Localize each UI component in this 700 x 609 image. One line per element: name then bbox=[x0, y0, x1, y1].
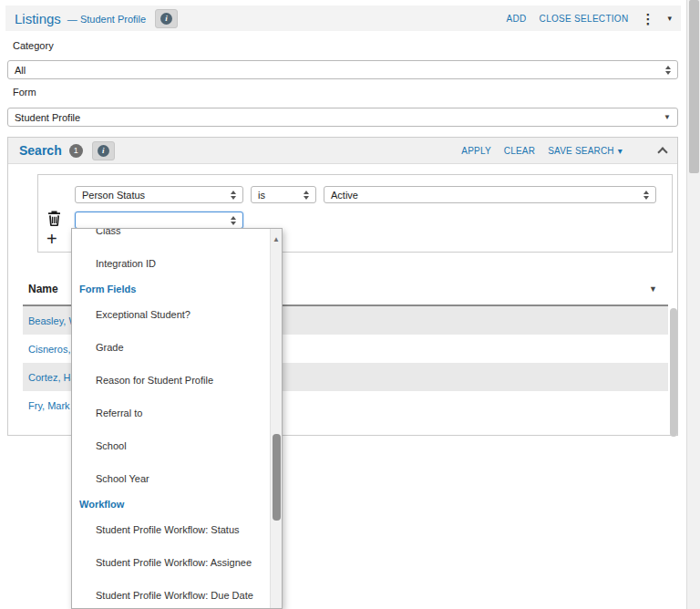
dropdown-group-header: Form Fields bbox=[72, 280, 270, 298]
student-name-link[interactable]: Cortez, Ha bbox=[28, 372, 77, 383]
condition-value-select[interactable]: Active bbox=[324, 186, 656, 203]
trash-icon bbox=[47, 211, 61, 226]
condition-value-value: Active bbox=[331, 190, 358, 201]
condition-operator-value: is bbox=[258, 190, 265, 201]
dropdown-option[interactable]: School Year bbox=[72, 462, 270, 495]
dropdown-option[interactable]: School bbox=[72, 429, 270, 462]
caret-down-icon: ▼ bbox=[664, 113, 671, 121]
table-scrollbar-thumb[interactable] bbox=[670, 308, 677, 437]
updown-arrows-icon bbox=[665, 66, 671, 75]
updown-arrows-icon bbox=[643, 191, 649, 200]
page-scrollbar-thumb[interactable] bbox=[689, 0, 699, 173]
category-select[interactable]: All bbox=[7, 60, 678, 79]
save-search-label: SAVE SEARCH bbox=[548, 146, 614, 156]
page-title: Listings bbox=[15, 11, 61, 26]
dropdown-option[interactable]: Student Profile Workflow: Status bbox=[72, 513, 270, 546]
form-select-value: Student Profile bbox=[15, 112, 80, 123]
page-subtitle: — Student Profile bbox=[67, 14, 146, 25]
save-search-button[interactable]: SAVE SEARCH ▾ bbox=[548, 146, 623, 156]
add-button[interactable]: ADD bbox=[507, 14, 527, 24]
student-name-link[interactable]: Fry, Mark bbox=[28, 400, 70, 411]
search-count-badge: 1 bbox=[69, 144, 83, 158]
updown-arrows-icon bbox=[231, 191, 236, 200]
dropdown-option[interactable]: Exceptional Student? bbox=[72, 298, 270, 331]
dropdown-scrollbar[interactable]: ▲ bbox=[270, 229, 282, 608]
form-select[interactable]: Student Profile ▼ bbox=[7, 108, 678, 127]
apply-button[interactable]: APPLY bbox=[461, 146, 491, 156]
updown-arrows-icon bbox=[231, 216, 236, 225]
add-condition-button[interactable]: + bbox=[46, 230, 57, 248]
dropdown-option[interactable]: Grade bbox=[72, 331, 270, 364]
listings-header-actions: ADD CLOSE SELECTION ⋮ ▾ bbox=[507, 12, 672, 26]
dropdown-option[interactable]: Integration ID bbox=[72, 247, 270, 280]
dropdown-option[interactable]: Class bbox=[72, 228, 270, 247]
form-label: Form bbox=[13, 87, 36, 98]
caret-down-icon: ▾ bbox=[618, 146, 623, 156]
category-select-value: All bbox=[15, 65, 26, 76]
listings-header-bar: Listings — Student Profile i ADD CLOSE S… bbox=[5, 5, 681, 31]
info-icon: i bbox=[160, 13, 172, 25]
delete-condition-button[interactable] bbox=[47, 211, 61, 230]
search-title: Search bbox=[19, 143, 62, 158]
dropdown-option[interactable]: Student Profile Workflow: Assignee bbox=[72, 546, 270, 579]
column-menu-caret-icon[interactable]: ▼ bbox=[649, 284, 657, 294]
collapse-panel-chevron-up-icon[interactable] bbox=[657, 147, 667, 157]
updown-arrows-icon bbox=[304, 191, 309, 200]
dropdown-option[interactable]: Reason for Student Profile bbox=[72, 364, 270, 397]
dropdown-option[interactable]: Student Profile Workflow: Due Date bbox=[72, 579, 270, 608]
field-dropdown-items: Class Integration ID Form Fields Excepti… bbox=[72, 228, 270, 608]
new-condition-field-select[interactable] bbox=[75, 212, 243, 229]
dropdown-group-header: Workflow bbox=[72, 495, 270, 513]
scroll-up-arrow-icon[interactable]: ▲ bbox=[271, 235, 282, 243]
condition-field-value: Person Status bbox=[82, 190, 145, 201]
chevron-down-icon[interactable]: ▾ bbox=[667, 14, 672, 23]
clear-button[interactable]: CLEAR bbox=[504, 146, 535, 156]
dropdown-scrollbar-thumb[interactable] bbox=[273, 434, 281, 521]
condition-field-select[interactable]: Person Status bbox=[75, 186, 243, 203]
listings-header-left: Listings — Student Profile i bbox=[15, 9, 178, 28]
page-scrollbar[interactable] bbox=[686, 0, 700, 609]
search-panel-header: Search 1 i APPLY CLEAR SAVE SEARCH ▾ bbox=[8, 138, 677, 164]
condition-operator-select[interactable]: is bbox=[251, 186, 316, 203]
close-selection-button[interactable]: CLOSE SELECTION bbox=[540, 14, 629, 24]
category-label: Category bbox=[13, 40, 54, 51]
listings-info-button[interactable]: i bbox=[155, 9, 178, 28]
search-panel-header-right: APPLY CLEAR SAVE SEARCH ▾ bbox=[461, 146, 666, 156]
info-icon: i bbox=[98, 145, 109, 157]
search-panel-header-left: Search 1 i bbox=[19, 141, 115, 160]
name-column-header: Name bbox=[28, 283, 58, 295]
dropdown-option[interactable]: Referral to bbox=[72, 397, 270, 429]
search-info-button[interactable]: i bbox=[92, 141, 115, 160]
field-dropdown-list: Class Integration ID Form Fields Excepti… bbox=[71, 228, 283, 609]
kebab-menu-icon[interactable]: ⋮ bbox=[641, 12, 654, 26]
